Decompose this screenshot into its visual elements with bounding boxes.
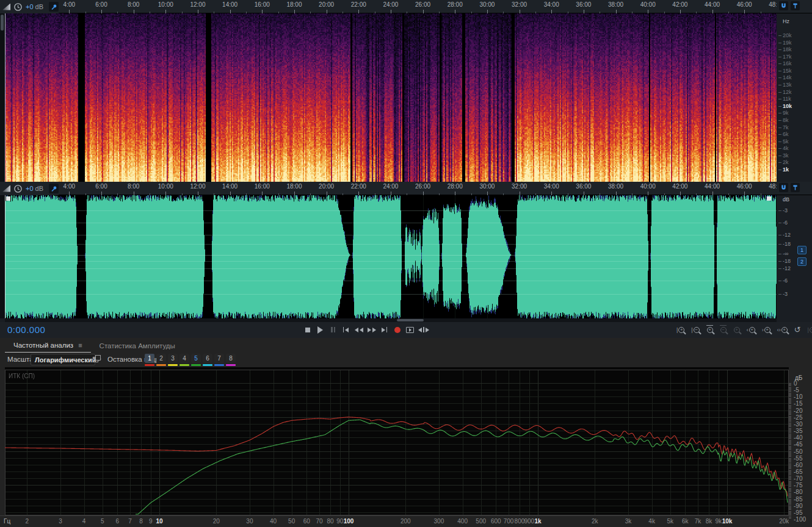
zoom-selection-left-edge-button[interactable]: ‹+ [747,323,755,336]
amplitude-scale-label: -∞ [783,251,788,257]
scrollbar-handle[interactable] [397,319,424,321]
time-label: 8:00 [123,183,144,190]
timeline-ticks[interactable]: 4:006:008:0010:0012:0014:0016:0018:0020:… [0,182,777,195]
frequency-tick-label: 4 [75,518,93,525]
time-label: 46:00 [734,183,755,190]
time-label: 6:00 [91,1,112,8]
tab-frequency-analysis[interactable]: Частотный анализ ≡ [5,340,91,353]
zoom-selection-in-out-button[interactable]: ‹›+ [777,323,788,336]
fast-forward-button[interactable] [367,323,376,336]
frame-hold-button-8[interactable]: 8 [226,354,236,366]
frequency-scale-label: 15k [783,68,792,74]
frame-hold-button-6[interactable]: 6 [203,354,212,366]
vertical-scrollbar-spectral[interactable] [0,13,5,182]
time-label: 6:00 [91,183,112,190]
decibel-tick-label: -85 [794,496,811,503]
channel-badge-2[interactable]: 2 [797,257,807,266]
timecode-display[interactable]: 0:00.000 [7,324,45,335]
pin-button[interactable] [49,184,59,193]
frequency-axis: Гц 2345678910203040506070809010020030040… [0,515,789,527]
time-label: 34:00 [541,1,562,8]
play-button[interactable] [316,323,325,336]
frequency-scale-label: 11k [783,96,791,102]
zoom-selection-time-button[interactable]: |− [808,323,812,336]
timeline-ruler-waveform[interactable]: 4:006:008:0010:0012:0014:0016:0018:0020:… [0,182,812,195]
marker-pin-button[interactable] [791,1,800,10]
timeline-ticks[interactable]: 4:006:008:0010:0012:0014:0016:0018:0020:… [0,0,777,13]
marker-pin-button[interactable] [791,183,800,192]
pause-button[interactable] [328,323,338,336]
frequency-scale-label: 5k [783,138,789,145]
time-label: 26:00 [413,183,433,190]
frame-hold-button-5[interactable]: 5 [191,354,201,366]
playhead-spectral[interactable] [5,13,5,182]
frame-number: 4 [179,354,189,363]
snap-magnet-button[interactable] [779,183,788,192]
time-label: 32:00 [509,1,530,8]
pin-icon [51,4,57,10]
fade-envelope-icon[interactable] [2,4,10,10]
vertical-scrollbar-waveform[interactable] [0,195,5,318]
zoom-out-selection-button[interactable]: − [720,323,727,336]
frequency-tick-label: 2 [18,518,36,525]
frame-hold-button-7[interactable]: 7 [214,354,224,366]
copy-graph-button[interactable] [93,355,101,363]
scale-dropdown[interactable]: Логарифмический [31,354,95,365]
stop-button[interactable] [303,323,312,336]
reset-zoom-button[interactable]: ↺ [794,323,801,336]
frame-color-swatch [214,364,224,366]
frequency-scale-label: 3k [783,152,789,159]
fade-in-handle[interactable] [6,196,10,201]
zoom-selection-right-edge-button[interactable]: ›+ [762,323,770,336]
ruler-left-controls: +0dB [0,0,59,13]
time-label: 14:00 [220,1,241,8]
fade-envelope-icon[interactable] [2,185,10,192]
fade-out-handle[interactable] [767,196,771,201]
decibel-tick-label: -80 [794,489,811,495]
pin-button[interactable] [49,2,59,12]
clock-knob-icon[interactable] [13,2,23,12]
spectrogram-display[interactable] [5,13,777,182]
magnet-icon [780,2,787,9]
frequency-scale-label: 9k [783,110,789,116]
frame-color-swatch [156,364,166,366]
zoom-in-time-button[interactable]: |+ [676,323,684,336]
waveform-display[interactable] [5,195,777,318]
channel-badge-1[interactable]: 1 [797,246,807,254]
skip-to-start-button[interactable] [341,323,350,336]
tab-amplitude-statistics[interactable]: Статистика Амплитуды [91,340,184,353]
time-label: 48:00 [766,183,777,190]
frame-hold-button-2[interactable]: 2 [156,354,166,366]
rewind-button[interactable] [354,323,363,336]
frequency-scale-unit: Hz [783,18,789,24]
move-cti-button[interactable] [418,323,429,336]
clock-knob-icon[interactable] [13,184,23,193]
decibel-tick-label: -95 [794,509,811,516]
gain-knob-value[interactable]: +0dB [26,3,43,10]
snap-magnet-button[interactable] [779,1,788,10]
time-label: 40:00 [637,1,658,8]
frequency-analysis-plot[interactable] [5,367,789,515]
panel-menu-icon[interactable]: ≡ [78,342,82,348]
loop-playback-button[interactable] [405,323,415,336]
decibel-axis-ticks [789,383,791,519]
frequency-axis-unit: Гц [4,518,10,525]
frequency-scale[interactable]: Hz 20k19k18k17k16k15k14k13k12k11k10k9k8k… [777,13,812,182]
zoom-full-button[interactable]: + [733,323,740,336]
playhead-waveform[interactable] [5,195,5,318]
frequency-scale-label: 16k [783,60,792,66]
frequency-scale-label: 1k [783,167,789,173]
frame-hold-button-4[interactable]: 4 [179,354,189,366]
timeline-ruler-spectral[interactable]: 4:006:008:0010:0012:0014:0016:0018:0020:… [0,0,812,13]
zoom-in-selection-button[interactable]: + [706,323,713,336]
gain-knob-value[interactable]: +0dB [26,185,43,192]
frame-hold-button-1[interactable]: 1 [145,354,154,366]
zoom-out-time-button[interactable]: |− [691,323,699,336]
skip-to-end-button[interactable] [380,323,389,336]
record-button[interactable] [393,323,402,336]
amplitude-scale[interactable]: dB -3-6-12-18-∞-18-12-6-312 [777,195,812,318]
frame-hold-button-3[interactable]: 3 [168,354,178,366]
scrollbar-handle[interactable] [1,15,4,30]
time-label: 42:00 [670,1,691,8]
frequency-scale-label: 2k [783,159,789,165]
